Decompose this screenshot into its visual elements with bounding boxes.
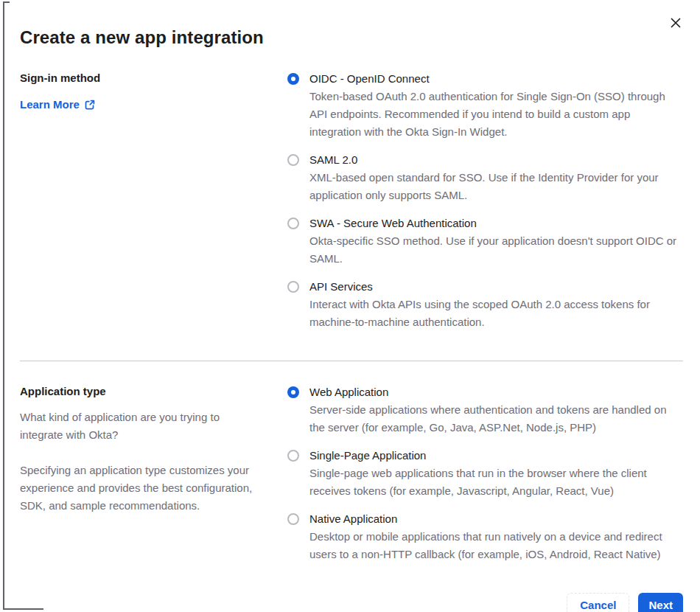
option-label: API Services bbox=[309, 278, 682, 296]
application-type-section: Application type What kind of applicatio… bbox=[20, 383, 683, 574]
option-label: Single-Page Application bbox=[309, 447, 682, 465]
option-label: Web Application bbox=[309, 383, 682, 401]
section-divider bbox=[20, 361, 683, 361]
signin-method-left-column: Sign-in method Learn More bbox=[20, 70, 265, 341]
next-button[interactable]: Next bbox=[638, 593, 683, 612]
application-type-question: What kind of application are you trying … bbox=[20, 408, 265, 444]
cancel-button[interactable]: Cancel bbox=[567, 593, 629, 612]
option-api-services[interactable]: API Services Interact with Okta APIs usi… bbox=[287, 278, 683, 331]
option-description: Interact with Okta APIs using the scoped… bbox=[309, 296, 682, 331]
radio-oidc-openid-connect-selected[interactable] bbox=[287, 73, 299, 85]
radio-native-application[interactable] bbox=[287, 513, 299, 525]
external-link-icon bbox=[85, 100, 95, 110]
signin-method-options: OIDC - OpenID Connect Token-based OAuth … bbox=[287, 70, 683, 341]
application-type-left-column: Application type What kind of applicatio… bbox=[20, 383, 265, 574]
radio-web-application-selected[interactable] bbox=[287, 386, 299, 398]
option-description: Okta-specific SSO method. Use if your ap… bbox=[309, 232, 682, 268]
application-type-label: Application type bbox=[20, 383, 265, 400]
option-label: Native Application bbox=[309, 510, 682, 528]
signin-method-label: Sign-in method bbox=[20, 70, 265, 86]
option-label: SAML 2.0 bbox=[309, 151, 682, 169]
option-description: Desktop or mobile applications that run … bbox=[309, 528, 682, 563]
option-saml-2-0[interactable]: SAML 2.0 XML-based open standard for SSO… bbox=[287, 151, 683, 204]
option-description: XML-based open standard for SSO. Use if … bbox=[309, 169, 682, 204]
learn-more-link[interactable]: Learn More bbox=[20, 98, 95, 111]
option-swa-secure-web-authentication[interactable]: SWA - Secure Web Authentication Okta-spe… bbox=[287, 215, 683, 268]
option-oidc-openid-connect[interactable]: OIDC - OpenID Connect Token-based OAuth … bbox=[287, 70, 683, 141]
radio-api-services[interactable] bbox=[287, 281, 299, 293]
dialog-title: Create a new app integration bbox=[20, 27, 683, 49]
radio-swa-secure-web-authentication[interactable] bbox=[287, 218, 299, 229]
close-button[interactable] bbox=[668, 15, 684, 31]
option-label: OIDC - OpenID Connect bbox=[309, 70, 682, 88]
option-web-application[interactable]: Web Application Server-side applications… bbox=[287, 383, 683, 437]
radio-saml-2-0[interactable] bbox=[287, 154, 299, 166]
radio-single-page-application[interactable] bbox=[287, 450, 299, 462]
signin-method-section: Sign-in method Learn More OIDC - OpenID … bbox=[20, 70, 683, 341]
dialog-footer: Cancel Next bbox=[20, 593, 683, 612]
option-description: Single-page web applications that run in… bbox=[309, 465, 682, 500]
application-type-options: Web Application Server-side applications… bbox=[287, 383, 683, 574]
application-type-help-text: Specifying an application type customize… bbox=[20, 462, 265, 515]
option-description: Server-side applications where authentic… bbox=[309, 401, 682, 437]
create-app-integration-dialog: Create a new app integration Sign-in met… bbox=[0, 0, 700, 612]
learn-more-label: Learn More bbox=[20, 98, 80, 111]
close-icon bbox=[670, 17, 682, 29]
option-label: SWA - Secure Web Authentication bbox=[309, 215, 682, 232]
option-native-application[interactable]: Native Application Desktop or mobile app… bbox=[287, 510, 683, 563]
option-single-page-application[interactable]: Single-Page Application Single-page web … bbox=[287, 447, 683, 500]
option-description: Token-based OAuth 2.0 authentication for… bbox=[309, 88, 682, 141]
